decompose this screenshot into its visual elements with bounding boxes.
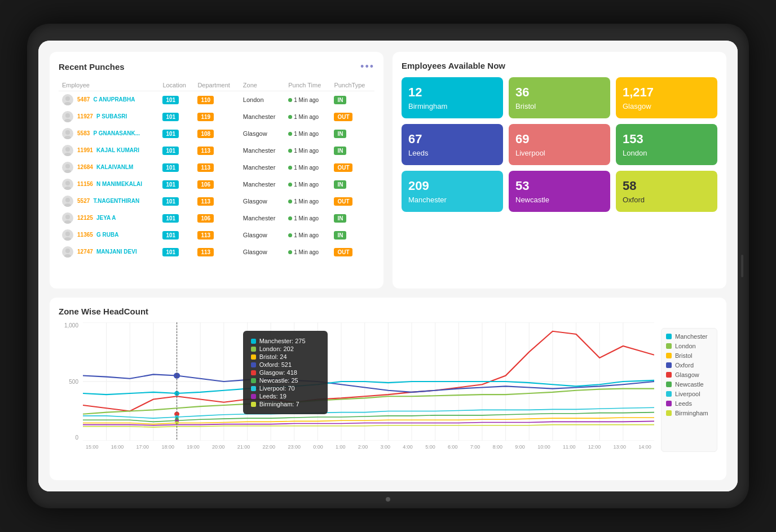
tooltip-label: Birmingham: 7 xyxy=(259,401,299,407)
legend-label: Newcastle xyxy=(675,381,704,388)
punch-type-badge: IN xyxy=(334,214,346,223)
city-card[interactable]: 36 Bristol xyxy=(509,77,610,118)
punch-type-badge: OUT xyxy=(334,163,352,172)
city-name: Bristol xyxy=(515,102,603,110)
location-cell: 101 xyxy=(159,243,194,260)
x-axis-label: 2:00 xyxy=(358,444,368,450)
employee-id: 12747 xyxy=(77,249,93,255)
tooltip-item: Birmingham: 7 xyxy=(251,401,320,407)
x-axis-label: 12:00 xyxy=(588,444,601,450)
employee-id: 11365 xyxy=(77,232,93,238)
city-name: Oxford xyxy=(623,196,711,204)
location-cell: 101 xyxy=(159,193,194,210)
legend-color-dot xyxy=(666,401,672,406)
city-count: 53 xyxy=(515,179,603,193)
city-card[interactable]: 153 London xyxy=(616,124,717,165)
legend-label: Leeds xyxy=(675,400,692,407)
city-card[interactable]: 209 Manchester xyxy=(402,171,503,212)
location-cell: 101 xyxy=(159,142,194,159)
tooltip-item: Glasgow: 418 xyxy=(251,369,320,376)
chart-tooltip: Manchester: 275 London: 202 Bristol: 24 … xyxy=(243,331,328,414)
city-count: 58 xyxy=(623,179,711,193)
department-badge: 113 xyxy=(197,163,214,172)
x-axis-label: 10:00 xyxy=(537,444,550,450)
tooltip-color-dot xyxy=(251,394,256,399)
punch-time-cell: 1 Min ago xyxy=(285,159,330,176)
svg-point-3 xyxy=(64,119,71,122)
legend-item: Liverpool xyxy=(666,391,712,397)
legend-color-dot xyxy=(666,353,672,358)
punch-type-cell: OUT xyxy=(330,108,374,125)
tooltip-label: Oxford: 521 xyxy=(259,361,292,368)
legend-item: Newcastle xyxy=(666,381,712,388)
x-axis-label: 4:00 xyxy=(403,444,413,450)
x-axis-label: 0:00 xyxy=(313,444,323,450)
svg-point-7 xyxy=(64,153,71,156)
y-axis: 1,000 500 0 xyxy=(59,322,78,452)
punch-time-cell: 1 Min ago xyxy=(285,176,330,193)
employee-id: 11156 xyxy=(77,181,93,187)
status-dot xyxy=(288,216,292,220)
x-axis-label: 5:00 xyxy=(425,444,435,450)
employee-name: KALAIVANLM xyxy=(96,164,133,170)
punch-type-cell: IN xyxy=(330,210,374,227)
legend-item: Manchester xyxy=(666,333,712,340)
city-count: 1,217 xyxy=(623,85,711,100)
employee-id: 5583 xyxy=(77,130,90,136)
svg-point-0 xyxy=(65,96,70,101)
legend-item: Birmingham xyxy=(666,410,712,416)
punch-time-cell: 1 Min ago xyxy=(285,142,330,159)
x-axis-label: 21:00 xyxy=(237,444,250,450)
volume-button xyxy=(741,255,743,277)
location-cell: 101 xyxy=(159,91,194,109)
city-card[interactable]: 12 Birmingham xyxy=(402,77,503,118)
location-cell: 101 xyxy=(159,125,194,142)
tooltip-color-dot xyxy=(251,386,256,391)
department-cell: 108 xyxy=(194,125,239,142)
avatar xyxy=(62,212,73,224)
employee-name: JEYA A xyxy=(96,215,116,221)
zone-cell: Glasgow xyxy=(240,193,285,210)
more-options-icon[interactable]: ••• xyxy=(360,61,374,73)
x-axis-label: 18:00 xyxy=(161,444,174,450)
table-row: 5487 C ANUPRABHA 101 110 London 1 Min ag… xyxy=(59,91,374,109)
status-dot xyxy=(288,250,292,254)
employees-available-panel: Employees Available Now 12 Birmingham 36… xyxy=(393,52,726,289)
city-card[interactable]: 67 Leeds xyxy=(402,124,503,165)
employee-id: 5487 xyxy=(77,96,90,103)
city-card[interactable]: 1,217 Glasgow xyxy=(616,77,717,118)
city-card[interactable]: 53 Newcastle xyxy=(509,171,610,212)
svg-point-17 xyxy=(64,237,71,241)
punch-type-badge: OUT xyxy=(334,197,352,206)
city-card[interactable]: 58 Oxford xyxy=(616,171,717,212)
punch-time-cell: 1 Min ago xyxy=(285,108,330,125)
svg-point-13 xyxy=(64,203,71,207)
status-dot xyxy=(288,233,292,237)
col-location: Location xyxy=(159,79,194,91)
employee-name: P GNANASANK... xyxy=(93,130,140,136)
legend-item: Glasgow xyxy=(666,371,712,378)
location-badge: 101 xyxy=(162,180,179,189)
city-card[interactable]: 69 Liverpool xyxy=(509,124,610,165)
department-badge: 110 xyxy=(197,96,214,104)
employee-cell: 5527 T.NAGENTHIRAN xyxy=(59,193,159,210)
x-axis-label: 9:00 xyxy=(515,444,525,450)
employee-cell: 11927 P SUBASRI xyxy=(59,108,159,125)
home-button[interactable] xyxy=(386,497,390,502)
tooltip-label: Newcastle: 25 xyxy=(259,377,298,384)
location-badge: 101 xyxy=(162,130,179,138)
table-row: 12684 KALAIVANLM 101 113 Manchester 1 Mi… xyxy=(59,159,374,176)
department-cell: 110 xyxy=(194,91,239,109)
status-dot xyxy=(288,183,292,187)
svg-point-4 xyxy=(65,130,70,135)
chart-area: 1,000 500 0 xyxy=(59,322,717,452)
location-badge: 101 xyxy=(162,231,179,240)
punch-type-badge: OUT xyxy=(334,113,352,121)
recent-punches-title: Recent Punches xyxy=(59,62,125,72)
legend-label: Glasgow xyxy=(675,371,699,378)
department-cell: 119 xyxy=(194,108,239,125)
svg-point-6 xyxy=(65,147,70,152)
tooltip-color-dot xyxy=(251,339,256,344)
department-badge: 108 xyxy=(197,130,214,138)
legend-item: Oxford xyxy=(666,362,712,369)
